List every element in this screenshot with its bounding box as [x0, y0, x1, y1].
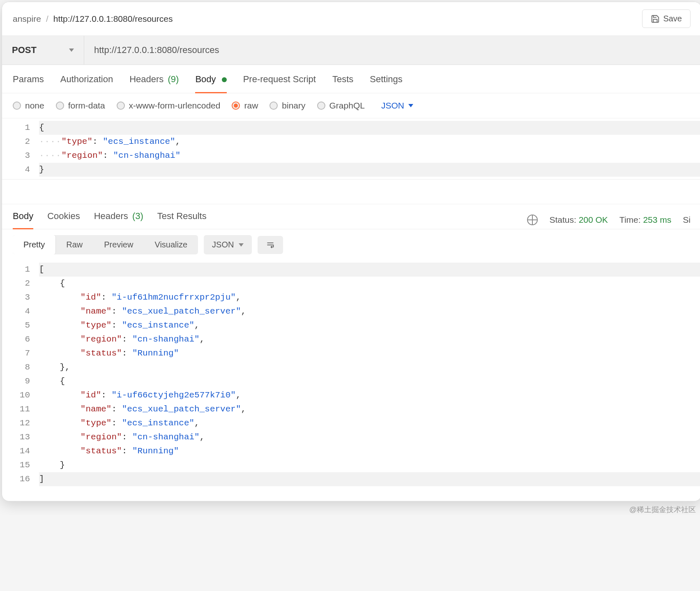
radio-form-data[interactable]: form-data [56, 101, 105, 111]
save-icon [651, 14, 660, 23]
radio-icon [269, 102, 278, 110]
wrap-lines-button[interactable] [258, 236, 283, 254]
code-area[interactable]: {····"type": "ecs_instance",····"region"… [39, 118, 700, 179]
tab-headers[interactable]: Headers (9) [129, 74, 179, 93]
method-value: POST [12, 45, 37, 55]
radio-raw[interactable]: raw [232, 101, 258, 111]
gutter: 12345678910111213141516 [2, 260, 39, 489]
mode-preview[interactable]: Preview [93, 235, 144, 254]
response-body-viewer[interactable]: 12345678910111213141516 [ { "id": "i-uf6… [2, 260, 700, 489]
url-input[interactable]: http://127.0.0.1:8080/resources [84, 36, 700, 65]
chevron-down-icon [408, 104, 413, 107]
code-area[interactable]: [ { "id": "i-uf61hm2nucfrrxpr2pju", "nam… [39, 260, 700, 489]
workspace-name[interactable]: anspire [13, 14, 41, 24]
response-format-value: JSON [212, 240, 234, 249]
radio-none-label: none [25, 101, 44, 111]
tab-headers-label: Headers [129, 74, 163, 84]
status-value: 200 OK [579, 215, 608, 224]
view-mode-row: Pretty Raw Preview Visualize JSON [2, 229, 700, 260]
radio-icon [232, 102, 240, 110]
response-tabs: Body Cookies Headers (3) Test Results [13, 211, 207, 229]
resp-tab-headers-count: (3) [132, 211, 143, 221]
body-type-row: none form-data x-www-form-urlencoded raw… [2, 93, 700, 118]
watermark: @稀土掘金技术社区 [0, 503, 700, 515]
chevron-down-icon [69, 48, 74, 52]
spacer [2, 180, 700, 204]
tab-params[interactable]: Params [13, 74, 44, 93]
chevron-down-icon [239, 243, 244, 247]
tab-body[interactable]: Body [195, 74, 226, 93]
radio-graphql-label: GraphQL [329, 101, 365, 111]
radio-form-label: form-data [68, 101, 105, 111]
radio-none[interactable]: none [13, 101, 44, 111]
method-select[interactable]: POST [2, 36, 84, 65]
request-tabs: Params Authorization Headers (9) Body Pr… [2, 65, 700, 93]
spacer [2, 489, 700, 501]
response-status-bar: Status: 200 OK Time: 253 ms Si [527, 215, 691, 225]
radio-xform[interactable]: x-www-form-urlencoded [117, 101, 221, 111]
size-label: Si [683, 215, 691, 225]
breadcrumb: anspire / http://127.0.0.1:8080/resource… [13, 14, 173, 24]
body-format-select[interactable]: JSON [381, 101, 413, 111]
status-block: Status: 200 OK [549, 215, 608, 225]
radio-icon [13, 102, 21, 110]
app-window: anspire / http://127.0.0.1:8080/resource… [2, 2, 700, 501]
tab-settings[interactable]: Settings [370, 74, 403, 93]
mode-raw[interactable]: Raw [55, 235, 93, 254]
resp-tab-cookies[interactable]: Cookies [47, 211, 80, 229]
time-label: Time: [619, 215, 641, 224]
url-value: http://127.0.0.1:8080/resources [94, 45, 219, 55]
tab-tests[interactable]: Tests [332, 74, 353, 93]
globe-icon[interactable] [527, 215, 538, 225]
response-format-select[interactable]: JSON [204, 235, 252, 254]
radio-graphql[interactable]: GraphQL [317, 101, 365, 111]
wrap-icon [266, 241, 275, 249]
resp-tab-test-results[interactable]: Test Results [157, 211, 207, 229]
request-title[interactable]: http://127.0.0.1:8080/resources [53, 14, 173, 24]
radio-icon [317, 102, 325, 110]
resp-tab-body[interactable]: Body [13, 211, 33, 229]
status-label: Status: [549, 215, 576, 224]
radio-binary[interactable]: binary [269, 101, 305, 111]
mode-pretty[interactable]: Pretty [13, 235, 56, 254]
radio-icon [56, 102, 64, 110]
tab-body-label: Body [195, 74, 216, 84]
request-line: POST http://127.0.0.1:8080/resources [2, 36, 700, 65]
body-active-dot-icon [222, 77, 227, 82]
resp-tab-headers-label: Headers [94, 211, 128, 221]
tab-headers-count: (9) [168, 74, 179, 84]
radio-raw-label: raw [244, 101, 258, 111]
save-label: Save [663, 14, 682, 23]
request-body-editor[interactable]: 1234 {····"type": "ecs_instance",····"re… [2, 118, 700, 180]
time-block: Time: 253 ms [619, 215, 671, 225]
gutter: 1234 [2, 118, 39, 179]
radio-icon [117, 102, 125, 110]
body-format-value: JSON [381, 101, 404, 111]
radio-xform-label: x-www-form-urlencoded [129, 101, 221, 111]
resp-tab-headers[interactable]: Headers (3) [94, 211, 143, 229]
time-value: 253 ms [643, 215, 671, 224]
response-header: Body Cookies Headers (3) Test Results St… [2, 204, 700, 229]
radio-binary-label: binary [282, 101, 305, 111]
tab-prerequest[interactable]: Pre-request Script [243, 74, 316, 93]
view-mode-group: Pretty Raw Preview Visualize [13, 235, 198, 254]
save-button[interactable]: Save [642, 9, 691, 28]
tab-authorization[interactable]: Authorization [60, 74, 113, 93]
topbar: anspire / http://127.0.0.1:8080/resource… [2, 2, 700, 36]
breadcrumb-sep: / [46, 14, 48, 24]
mode-visualize[interactable]: Visualize [144, 235, 198, 254]
